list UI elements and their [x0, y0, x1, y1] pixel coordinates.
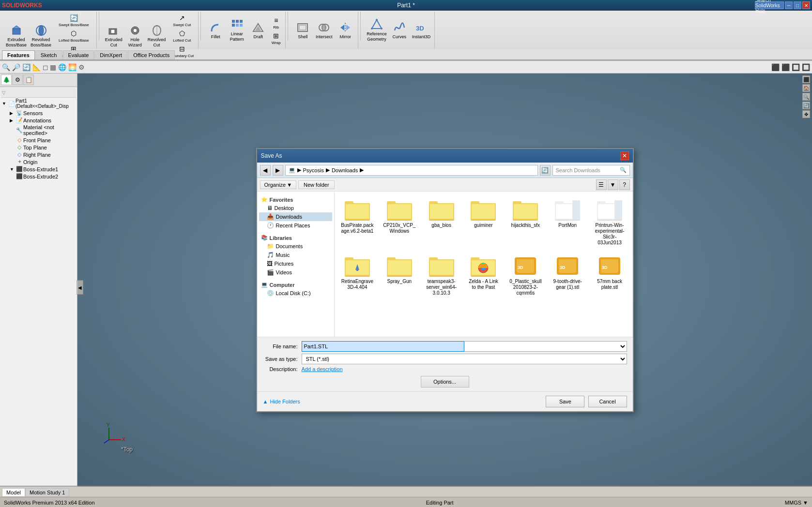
dialog-titlebar: Save As ✕ [257, 149, 633, 163]
file-skull[interactable]: 3D 0_Plastic_skull2010823-2-cqmm6s [506, 252, 545, 298]
swept-boss-button[interactable]: 🔄 Swept Boss/Base [54, 13, 93, 28]
lpanel-tab-props[interactable]: ⚙ [12, 75, 23, 85]
tab-evaluate[interactable]: Evaluate [63, 50, 94, 60]
description-link[interactable]: Add a description [302, 366, 343, 372]
window-controls[interactable]: Search SolidWorks Help ─ □ ✕ [755, 1, 810, 9]
file-portmon[interactable]: PortMon [549, 195, 587, 248]
ref-geometry-button[interactable]: ReferenceGeometry [366, 17, 388, 43]
search-box[interactable]: Search Downloads 🔍 [552, 165, 630, 176]
model-tab[interactable]: Model [2, 488, 25, 497]
sidebar-documents[interactable]: 📁 Documents [259, 242, 332, 251]
draft-button[interactable]: Draft [248, 20, 268, 41]
dialog-close-btn[interactable]: ✕ [620, 151, 629, 160]
tree-material[interactable]: 🔧 Material <not specified> [9, 124, 76, 136]
forward-btn[interactable]: ▶ [273, 165, 283, 176]
savetype-select[interactable]: STL (*.stl) [302, 354, 627, 364]
tree-top-plane[interactable]: ◇ Top Plane [9, 144, 76, 151]
file-backplate[interactable]: 3D 57mm back plate.stl [591, 252, 629, 298]
back-btn[interactable]: ◀ [260, 165, 271, 176]
extruded-boss-button[interactable]: ExtrudedBoss/Base [5, 23, 28, 49]
revolved-boss-button[interactable]: RevolvedBoss/Base [30, 23, 52, 49]
intersect-button[interactable]: Intersect [314, 20, 334, 41]
file-guiminer[interactable]: guiminer [464, 195, 503, 248]
svg-text:3D: 3D [416, 25, 424, 32]
lofted-boss-button[interactable]: ⬡ Lofted Boss/Base [54, 28, 93, 43]
minimize-btn[interactable]: ─ [785, 1, 793, 9]
refresh-btn[interactable]: 🔄 [540, 165, 551, 176]
options-button[interactable]: Options... [421, 376, 469, 388]
tree-origin[interactable]: ✦ Origin [9, 158, 76, 165]
tree-boss-extrude1[interactable]: ▼ ⬛ Boss-Extrude1 [9, 165, 76, 173]
folder-icon [345, 197, 370, 223]
tree-front-plane[interactable]: ◇ Front Plane [9, 136, 76, 144]
sidebar-downloads[interactable]: 📥 Downloads [259, 212, 332, 221]
revolved-cut-button[interactable]: RevolvedCut [147, 23, 167, 49]
tree-part1[interactable]: ▼ 📄 Part1 (Default<<Default>_Disp [1, 98, 76, 109]
videos-label: Videos [276, 269, 292, 275]
lofted-cut-button[interactable]: ⬠ Lofted Cut [169, 28, 195, 43]
new-folder-btn[interactable]: New folder [298, 180, 335, 189]
file-zelda[interactable]: Zelda - A Link to the Past [464, 252, 503, 298]
status-right[interactable]: MMGS ▼ [785, 500, 808, 506]
filter-row: ▽ [1, 88, 76, 98]
file-gear[interactable]: 3D 9-tooth-drive-gear (1).stl [549, 252, 587, 298]
wrap-label: Wrap [272, 41, 281, 45]
path-part2[interactable]: Downloads [332, 167, 358, 173]
curves-button[interactable]: Curves [390, 20, 409, 41]
sidebar-recent[interactable]: 🕐 Recent Places [259, 221, 332, 230]
file-gba-bios[interactable]: gba_bios [422, 195, 460, 248]
file-retina[interactable]: RetinaEngrave3D-4.404 [338, 252, 377, 298]
dialog-overlay: Save As ✕ ◀ ▶ 💻 ▶ Psycosis ▶ Downloads [77, 74, 812, 487]
extruded-cut-button[interactable]: ExtrudedCut [104, 23, 123, 49]
titlebar: SOLIDWORKS Part1 * Search SolidWorks Hel… [0, 0, 812, 11]
help-icon[interactable]: ? [619, 179, 630, 190]
maximize-btn[interactable]: □ [794, 1, 801, 9]
path-part1[interactable]: Psycosis [303, 167, 324, 173]
tab-features[interactable]: Features [2, 50, 35, 60]
cancel-button[interactable]: Cancel [588, 396, 627, 407]
rib-button[interactable]: ≡ Rib [270, 15, 282, 30]
sidebar-local-disk[interactable]: 💿 Local Disk (C:) [259, 289, 332, 298]
tree-right-plane[interactable]: ◇ Right Plane [9, 151, 76, 158]
tab-dimxpert[interactable]: DimXpert [94, 50, 127, 60]
sidebar-pictures[interactable]: 🖼 Pictures [259, 259, 332, 268]
filename-dropdown[interactable] [464, 341, 627, 352]
view-list-btn[interactable]: ☰ [596, 179, 607, 190]
shell-button[interactable]: Shell [293, 20, 312, 41]
file-busspirate[interactable]: BusPirate.package.v6.2-beta1 [338, 195, 377, 248]
lpanel-tab-config[interactable]: 📋 [23, 75, 34, 85]
extruded-cut-label: ExtrudedCut [105, 37, 123, 48]
file-hijackthis[interactable]: hijackthis_sfx [506, 195, 545, 248]
sidebar-desktop[interactable]: 🖥 Desktop [259, 204, 332, 212]
wrap-button[interactable]: ⊞ Wrap [270, 30, 282, 45]
motion-study-tab[interactable]: Motion Study 1 [25, 488, 69, 497]
tab-office[interactable]: Office Products [128, 50, 175, 60]
save-button[interactable]: Save [546, 396, 584, 407]
close-btn[interactable]: ✕ [802, 1, 810, 9]
sidebar-music[interactable]: 🎵 Music [259, 251, 332, 259]
fillet-button[interactable]: Fillet [206, 20, 225, 41]
file-teamspeak[interactable]: teamspeak3-server_win64-3.0.10.3 [422, 252, 460, 298]
file-printrun[interactable]: Printrun-Win-experimental-Slic3r-03Jun20… [591, 195, 629, 248]
hide-folders-btn[interactable]: ▲ Hide Folders [263, 399, 300, 404]
bottom-tabs-row: Model Motion Study 1 [0, 486, 812, 497]
linear-pattern-button[interactable]: LinearPattern [227, 17, 246, 43]
instant3d-button[interactable]: 3D Instant3D [411, 20, 432, 41]
hole-wizard-button[interactable]: HoleWizard [125, 23, 145, 49]
tree-boss-extrude2[interactable]: ⬛ Boss-Extrude2 [9, 173, 76, 180]
sidebar-videos[interactable]: 🎬 Videos [259, 268, 332, 277]
tab-sketch[interactable]: Sketch [35, 50, 62, 60]
organize-btn[interactable]: Organize ▼ [260, 180, 297, 189]
help-btn[interactable]: Search SolidWorks Help [755, 1, 784, 9]
lpanel-tab-tree[interactable]: 🌲 [1, 75, 12, 85]
filename-input[interactable] [302, 341, 465, 352]
tree-sensors[interactable]: ▶ 📡 Sensors [9, 109, 76, 117]
view-arrow[interactable]: ▼ [608, 179, 618, 190]
tree-annotations[interactable]: ▶ 📝 Annotations [9, 117, 76, 124]
swept-cut-button[interactable]: ↗ Swept Cut [169, 13, 195, 28]
computer-icon: 💻 [261, 282, 268, 288]
file-spray-gun[interactable]: Spray_Gun [380, 252, 418, 298]
file-cp210x[interactable]: CP210x_VCP_Windows [380, 195, 418, 248]
lofted-cut-label: Lofted Cut [173, 38, 191, 43]
mirror-button[interactable]: Mirror [336, 20, 355, 41]
